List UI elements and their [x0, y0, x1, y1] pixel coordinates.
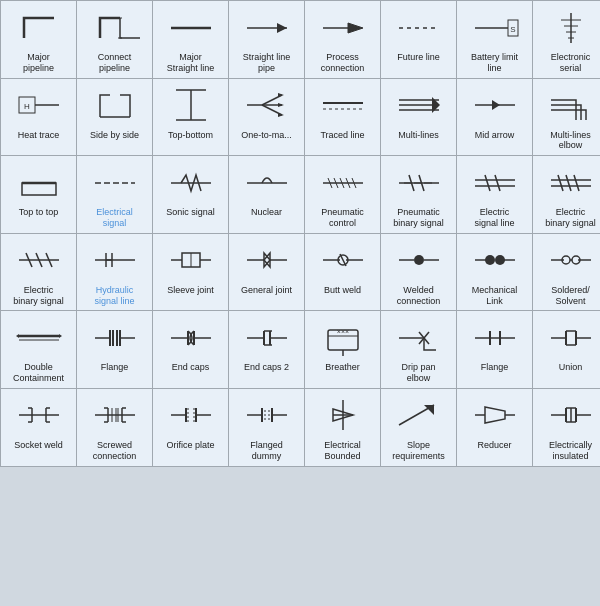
cell-pneumatic-control[interactable]: Pneumaticcontrol [305, 156, 380, 233]
svg-text:H: H [24, 102, 30, 111]
cell-double-containment[interactable]: DoubleContainment [1, 311, 76, 388]
cell-end-caps[interactable]: End caps [153, 311, 228, 388]
label-end-caps: End caps [172, 362, 210, 373]
svg-marker-100 [59, 334, 62, 338]
cell-sleeve-joint[interactable]: Sleeve joint [153, 234, 228, 311]
cell-one-to-many[interactable]: One-to-ma... [229, 79, 304, 156]
cell-electronic-serial[interactable]: Electronicserial [533, 1, 600, 78]
symbol-electrical-signal [85, 160, 145, 205]
label-major-straight-line: MajorStraight line [167, 52, 215, 74]
cell-flanged-dummy[interactable]: Flangeddummy [229, 389, 304, 466]
cell-future-line[interactable]: Future line [381, 1, 456, 78]
symbol-grid: Majorpipeline Connectpipeline MajorStrai… [0, 0, 600, 467]
cell-general-joint[interactable]: General joint [229, 234, 304, 311]
svg-line-64 [566, 175, 571, 191]
cell-flange[interactable]: Flange [77, 311, 152, 388]
cell-heat-trace[interactable]: H Heat trace [1, 79, 76, 156]
label-side-by-side: Side by side [90, 130, 139, 141]
symbol-sleeve-joint [161, 238, 221, 283]
cell-major-pipeline[interactable]: Majorpipeline [1, 1, 76, 78]
cell-reducer[interactable]: Reducer [457, 389, 532, 466]
label-screwed-connection: Screwedconnection [93, 440, 137, 462]
cell-mid-arrow[interactable]: Mid arrow [457, 79, 532, 156]
symbol-mechanical-link [465, 238, 525, 283]
label-general-joint: General joint [241, 285, 292, 296]
symbol-connect-pipeline [85, 5, 145, 50]
symbol-general-joint [237, 238, 297, 283]
label-electronic-serial: Electronicserial [551, 52, 591, 74]
label-flange2: Flange [481, 362, 509, 373]
symbol-electrically-insulated [541, 393, 601, 438]
cell-major-straight-line[interactable]: MajorStraight line [153, 1, 228, 78]
symbol-welded-connection [389, 238, 449, 283]
cell-multi-lines[interactable]: Multi-lines [381, 79, 456, 156]
cell-top-bottom[interactable]: Top-bottom [153, 79, 228, 156]
cell-screwed-connection[interactable]: Screwedconnection [77, 389, 152, 466]
cell-soldered-solvent[interactable]: Soldered/Solvent [533, 234, 600, 311]
label-electrical-signal: Electricalsignal [96, 207, 133, 229]
symbol-double-containment [9, 315, 69, 360]
cell-flange2[interactable]: Flange [457, 311, 532, 388]
cell-welded-connection[interactable]: Weldedconnection [381, 234, 456, 311]
symbol-reducer [465, 393, 525, 438]
label-double-containment: DoubleContainment [13, 362, 64, 384]
symbol-side-by-side [85, 83, 145, 128]
cell-traced-line[interactable]: Traced line [305, 79, 380, 156]
symbol-electric-binary-signal2 [9, 238, 69, 283]
svg-line-60 [495, 175, 500, 191]
cell-connect-pipeline[interactable]: Connectpipeline [77, 1, 152, 78]
cell-breather[interactable]: ××× Breather [305, 311, 380, 388]
cell-electric-binary-signal[interactable]: Electricbinary signal [533, 156, 600, 233]
cell-sonic-signal[interactable]: Sonic signal [153, 156, 228, 233]
symbol-socket-weld [9, 393, 69, 438]
label-electrical-bounded: ElectricalBounded [324, 440, 361, 462]
label-process-connection: Processconnection [321, 52, 365, 74]
cell-nuclear[interactable]: Nuclear [229, 156, 304, 233]
label-electric-binary-signal: Electricbinary signal [545, 207, 596, 229]
cell-slope-requirements[interactable]: Sloperequirements [381, 389, 456, 466]
label-traced-line: Traced line [320, 130, 364, 141]
cell-end-caps-2[interactable]: End caps 2 [229, 311, 304, 388]
cell-straight-line-pipe[interactable]: Straight linepipe [229, 1, 304, 78]
cell-pneumatic-binary-signal[interactable]: Pneumaticbinary signal [381, 156, 456, 233]
symbol-breather: ××× [313, 315, 373, 360]
cell-hydraulic-signal-line[interactable]: Hydraulicsignal line [77, 234, 152, 311]
svg-marker-6 [348, 23, 363, 33]
cell-electrical-signal[interactable]: Electricalsignal [77, 156, 152, 233]
cell-socket-weld[interactable]: Socket weld [1, 389, 76, 466]
label-nuclear: Nuclear [251, 207, 282, 218]
label-top-to-top: Top to top [19, 207, 59, 218]
label-flanged-dummy: Flangeddummy [250, 440, 283, 462]
svg-marker-99 [16, 334, 19, 338]
cell-drip-pan-elbow[interactable]: Drip panelbow [381, 311, 456, 388]
symbol-multi-lines [389, 83, 449, 128]
cell-electric-binary-signal2[interactable]: Electricbinary signal [1, 234, 76, 311]
svg-point-90 [485, 255, 495, 265]
cell-battery-limit-line[interactable]: S Battery limitline [457, 1, 532, 78]
symbol-nuclear [237, 160, 297, 205]
symbol-electrical-bounded [313, 393, 373, 438]
cell-electrically-insulated[interactable]: Electricallyinsulated [533, 389, 600, 466]
symbol-major-pipeline [9, 5, 69, 50]
svg-marker-4 [277, 23, 287, 33]
label-electric-binary-signal2: Electricbinary signal [13, 285, 64, 307]
cell-multi-lines-elbow[interactable]: Multi-lineselbow [533, 79, 600, 156]
cell-electric-signal-line[interactable]: Electricsignal line [457, 156, 532, 233]
cell-top-to-top[interactable]: Top to top [1, 156, 76, 233]
cell-side-by-side[interactable]: Side by side [77, 79, 152, 156]
cell-electrical-bounded[interactable]: ElectricalBounded [305, 389, 380, 466]
symbol-flange2 [465, 315, 525, 360]
label-hydraulic-signal-line: Hydraulicsignal line [94, 285, 134, 307]
symbol-top-bottom [161, 83, 221, 128]
cell-mechanical-link[interactable]: MechanicalLink [457, 234, 532, 311]
cell-orifice-plate[interactable]: Orifice plate [153, 389, 228, 466]
label-straight-line-pipe: Straight linepipe [243, 52, 291, 74]
symbol-slope-requirements [389, 393, 449, 438]
svg-marker-171 [485, 407, 505, 423]
cell-butt-weld[interactable]: Butt weld [305, 234, 380, 311]
symbol-union [541, 315, 601, 360]
svg-marker-37 [492, 100, 500, 110]
cell-union[interactable]: Union [533, 311, 600, 388]
cell-process-connection[interactable]: Processconnection [305, 1, 380, 78]
symbol-traced-line [313, 83, 373, 128]
